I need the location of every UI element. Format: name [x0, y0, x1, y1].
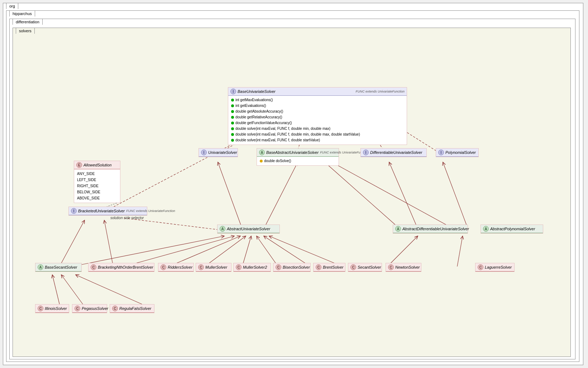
bss-box: A BaseSecantSolver — [35, 263, 82, 272]
enum-val-1: ANY_SIDE — [77, 171, 117, 177]
svg-line-23 — [387, 236, 418, 266]
bracketed-box: I BracketedUnivariateSolver FUNC extends… — [68, 207, 147, 216]
badge-i-bracketed: I — [71, 208, 77, 214]
badge-i-bus: I — [230, 89, 236, 94]
ps-name: PolynomialSolver — [445, 150, 476, 155]
brent-header: C BrentSolver — [314, 263, 345, 272]
diagram-area: E AllowedSolution ANY_SIDE LEFT_SIDE RIG… — [13, 35, 570, 357]
bus-method-7: double solve(int maxEval, FUNC f, double… — [231, 132, 404, 137]
svg-line-22 — [269, 236, 343, 266]
badge-a-aps: A — [483, 226, 489, 232]
svg-line-25 — [52, 275, 59, 304]
baus-body: double doSolve() — [257, 157, 339, 165]
secant-box: C SecantSolver — [348, 263, 382, 272]
us-header: I UnivariateSolver — [199, 148, 238, 157]
illinois-name: IllinoisSolver — [45, 306, 67, 311]
rs-header: C RiddersSolver — [158, 263, 193, 272]
enum-val-3: RIGHT_SIDE — [77, 183, 117, 189]
bnobs-name: BracketingNthOrderBrentSolver — [98, 265, 153, 269]
bus-method-1: int getMaxEvaluations() — [231, 97, 404, 103]
illinois-header: C IllinoisSolver — [35, 305, 69, 313]
bisection-box: C BisectionSolver — [273, 263, 311, 272]
badge-a-bss: A — [38, 264, 43, 270]
secant-header: C SecantSolver — [348, 263, 382, 272]
dus-box: I DifferentiableUnivariateSolver — [360, 148, 427, 157]
pegasus-box: C PegasusSolver — [72, 304, 107, 313]
badge-i-ps: I — [438, 150, 444, 155]
ms-box: C MullerSolver — [196, 263, 231, 272]
newton-name: NewtonSolver — [395, 265, 420, 269]
bnobs-header: C BracketingNthOrderBrentSolver — [89, 263, 154, 272]
badge-c-ms: C — [198, 264, 204, 270]
newton-box: C NewtonSolver — [386, 263, 421, 272]
badge-a-aus: A — [220, 226, 225, 232]
bss-header: A BaseSecantSolver — [35, 263, 81, 272]
svg-line-19 — [242, 236, 251, 266]
ms2-box: C MullerSolver2 — [233, 263, 271, 272]
svg-line-10 — [332, 162, 454, 229]
badge-c-brent: C — [316, 264, 321, 270]
rs-box: C RiddersSolver — [158, 263, 194, 272]
dus-header: I DifferentiableUnivariateSolver — [361, 148, 426, 157]
svg-line-21 — [264, 236, 310, 266]
newton-header: C NewtonSolver — [386, 263, 421, 272]
badge-a-baus: A — [259, 150, 265, 155]
svg-line-9 — [443, 162, 468, 229]
badge-a-adus: A — [395, 226, 401, 232]
badge-c-secant: C — [350, 264, 356, 270]
base-univariate-solver-box: I BaseUnivariateSolver FUNC extends Univ… — [228, 87, 407, 145]
svg-line-24 — [457, 236, 463, 266]
tab-solvers[interactable]: solvers — [16, 28, 35, 34]
adus-box: A AbstractDifferentiableUnivariateSolver — [393, 225, 468, 233]
baus-method-1: double doSolve() — [260, 158, 336, 164]
tab-org[interactable]: org — [6, 3, 18, 9]
svg-line-26 — [61, 275, 83, 304]
secant-name: SecantSolver — [358, 265, 381, 269]
svg-line-14 — [72, 236, 224, 266]
allowed-solution-header: E AllowedSolution — [74, 161, 120, 169]
illinois-box: C IllinoisSolver — [35, 304, 69, 313]
ms2-header: C MullerSolver2 — [234, 263, 271, 272]
svg-line-20 — [257, 236, 278, 266]
bracketed-header: I BracketedUnivariateSolver FUNC extends… — [69, 207, 147, 215]
allowed-solution-body: ANY_SIDE LEFT_SIDE RIGHT_SIDE BELOW_SIDE… — [74, 169, 120, 203]
laguerre-box: C LaguerreSolver — [475, 263, 515, 272]
badge-c-illinois: C — [38, 306, 43, 311]
ps-header: I PolynomialSolver — [436, 148, 478, 157]
bisection-header: C BisectionSolver — [273, 263, 310, 272]
solvers-frame: solvers — [13, 28, 571, 357]
svg-line-13 — [59, 220, 85, 266]
bus-method-5: double getFunctionValueAccuracy() — [231, 120, 404, 126]
badge-e-allowed: E — [76, 162, 82, 168]
enum-val-2: LEFT_SIDE — [77, 177, 117, 183]
regula-header: C RegulaFalsiSolver — [110, 305, 154, 313]
svg-line-11 — [124, 218, 226, 231]
regula-name: RegulaFalsiSolver — [119, 306, 151, 311]
svg-line-17 — [169, 236, 240, 266]
bus-method-6: double solve(int maxEval, FUNC f, double… — [231, 126, 404, 132]
bnobs-box: C BracketingNthOrderBrentSolver — [88, 263, 154, 272]
bracketed-name: BracketedUnivariateSolver — [78, 209, 125, 213]
ms2-name: MullerSolver2 — [243, 265, 267, 269]
brent-box: C BrentSolver — [313, 263, 345, 272]
svg-line-5 — [218, 162, 242, 229]
svg-line-16 — [124, 236, 234, 266]
dus-name: DifferentiableUnivariateSolver — [370, 150, 422, 155]
laguerre-name: LaguerreSolver — [485, 265, 512, 269]
tab-hipparchus[interactable]: hipparchus — [9, 10, 35, 16]
bus-name: BaseUnivariateSolver — [238, 89, 276, 94]
tab-differentiation[interactable]: differentiation — [13, 19, 43, 25]
aus-header: A AbstractUnivariateSolver — [217, 225, 279, 233]
bus-method-2: int getEvaluations() — [231, 103, 404, 109]
svg-line-27 — [76, 275, 142, 304]
badge-c-regula: C — [112, 306, 118, 311]
badge-c-bnobs: C — [91, 264, 96, 270]
ms-header: C MullerSolver — [196, 263, 231, 272]
enum-val-5: ABOVE_SIDE — [77, 195, 117, 201]
allowed-solution-box: E AllowedSolution ANY_SIDE LEFT_SIDE RIG… — [74, 161, 120, 203]
svg-line-15 — [104, 220, 113, 266]
svg-line-6 — [264, 162, 298, 229]
ms-name: MullerSolver — [205, 265, 227, 269]
baus-header: A BaseAbstractUnivariateSolver FUNC exte… — [257, 148, 339, 157]
bus-header: I BaseUnivariateSolver FUNC extends Univ… — [228, 88, 407, 96]
